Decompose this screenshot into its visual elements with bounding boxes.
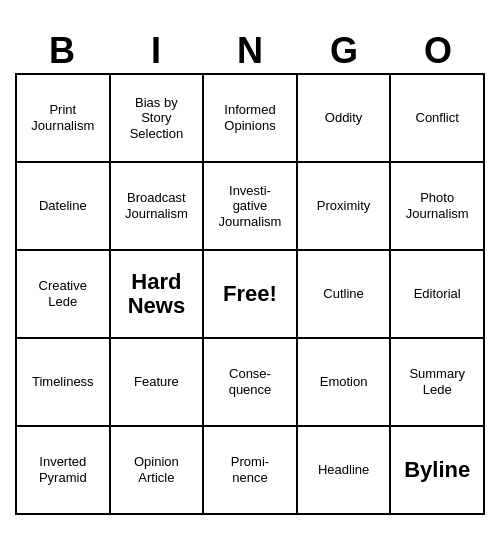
bingo-cell: BroadcastJournalism bbox=[111, 163, 205, 251]
bingo-cell: Timeliness bbox=[17, 339, 111, 427]
bingo-cell: Bias byStorySelection bbox=[111, 75, 205, 163]
bingo-cell: OpinionArticle bbox=[111, 427, 205, 515]
bingo-cell: Byline bbox=[391, 427, 485, 515]
bingo-cell: Proximity bbox=[298, 163, 392, 251]
bingo-cell: Conflict bbox=[391, 75, 485, 163]
bingo-cell: HardNews bbox=[111, 251, 205, 339]
bingo-cell: Oddity bbox=[298, 75, 392, 163]
bingo-cell: Dateline bbox=[17, 163, 111, 251]
bingo-cell: Emotion bbox=[298, 339, 392, 427]
header-letter: O bbox=[391, 29, 485, 73]
bingo-cell: PhotoJournalism bbox=[391, 163, 485, 251]
bingo-cell: PrintJournalism bbox=[17, 75, 111, 163]
bingo-cell: InformedOpinions bbox=[204, 75, 298, 163]
bingo-cell: InvertedPyramid bbox=[17, 427, 111, 515]
bingo-card: BINGO PrintJournalismBias byStorySelecti… bbox=[15, 29, 485, 515]
bingo-grid: PrintJournalismBias byStorySelectionInfo… bbox=[15, 73, 485, 515]
bingo-header: BINGO bbox=[15, 29, 485, 73]
bingo-cell: Headline bbox=[298, 427, 392, 515]
header-letter: N bbox=[203, 29, 297, 73]
bingo-cell: Conse-quence bbox=[204, 339, 298, 427]
header-letter: I bbox=[109, 29, 203, 73]
header-letter: G bbox=[297, 29, 391, 73]
bingo-cell: CreativeLede bbox=[17, 251, 111, 339]
bingo-cell: Promi-nence bbox=[204, 427, 298, 515]
bingo-cell: Investi-gativeJournalism bbox=[204, 163, 298, 251]
bingo-cell: Feature bbox=[111, 339, 205, 427]
header-letter: B bbox=[15, 29, 109, 73]
bingo-cell: Free! bbox=[204, 251, 298, 339]
bingo-cell: Cutline bbox=[298, 251, 392, 339]
bingo-cell: Editorial bbox=[391, 251, 485, 339]
bingo-cell: SummaryLede bbox=[391, 339, 485, 427]
